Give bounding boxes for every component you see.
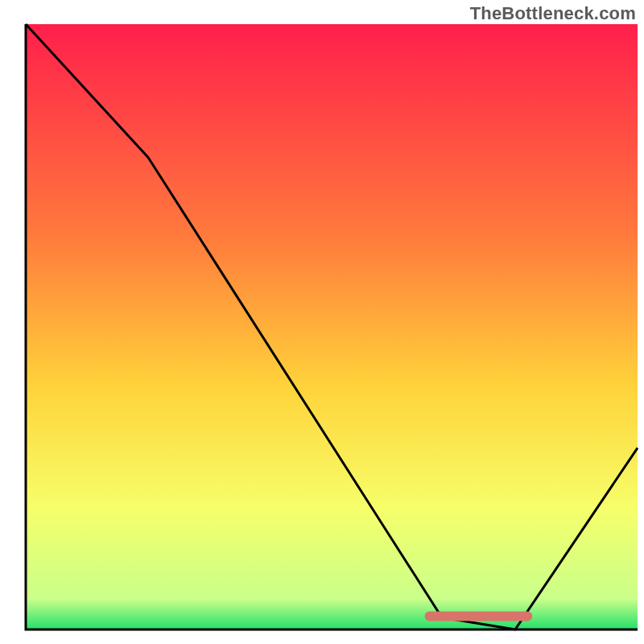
bottleneck-chart xyxy=(0,0,644,644)
chart-container: TheBottleneck.com xyxy=(0,0,644,644)
watermark-text: TheBottleneck.com xyxy=(470,3,636,24)
plot-background xyxy=(26,24,638,630)
